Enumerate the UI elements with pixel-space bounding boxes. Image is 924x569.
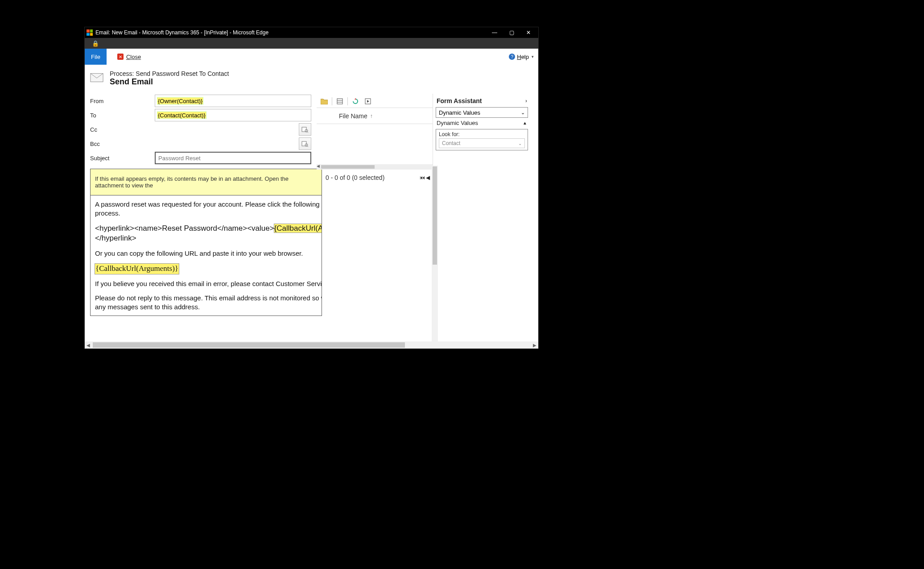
close-button[interactable]: ✕ Close <box>113 49 145 65</box>
svg-line-3 <box>307 132 308 133</box>
folder-icon[interactable] <box>319 96 329 106</box>
file-name-label: File Name <box>339 112 367 120</box>
attachments-pane: File Name ↑ ◀ 0 - 0 of 0 (0 selected) ⏮ … <box>317 94 433 316</box>
chevron-up-icon: ▲ <box>523 120 527 125</box>
callback-token-2[interactable]: {CallbackUrl(Arguments)} <box>95 264 179 274</box>
content-hscroll[interactable]: ◀ ▶ <box>85 341 538 349</box>
ribbon: File ✕ Close ? Help ▾ <box>85 49 538 65</box>
collapse-icon[interactable]: › <box>525 98 527 104</box>
svg-line-6 <box>307 146 308 147</box>
subject-label: Subject <box>90 155 155 162</box>
bcc-input[interactable] <box>155 137 311 150</box>
from-token[interactable]: {Owner(Contact)} <box>157 98 203 104</box>
chevron-down-icon: ▾ <box>532 54 534 59</box>
scroll-left-icon[interactable]: ◀ <box>85 343 92 348</box>
maximize-button[interactable]: ▢ <box>507 29 516 36</box>
dynamic-values-section[interactable]: Dynamic Values ▲ <box>436 118 528 128</box>
to-token[interactable]: {Contact(Contact)} <box>157 112 206 119</box>
form-assistant-pane: Form Assistant › Dynamic Values ⌄ Dynami… <box>433 94 531 316</box>
callback-token-1[interactable]: {CallbackUrl(Argum <box>274 224 322 233</box>
hyperlink-close: </hyperlink> <box>95 234 136 242</box>
help-icon: ? <box>509 54 515 60</box>
dynamic-values-label: Dynamic Values <box>437 120 478 126</box>
body-p1b: process. <box>95 209 120 217</box>
help-button[interactable]: ? Help ▾ <box>509 49 534 65</box>
cc-lookup-button[interactable] <box>299 123 311 136</box>
list-icon[interactable] <box>335 96 345 106</box>
mail-icon <box>90 73 103 84</box>
form-header: Process: Send Password Reset To Contact … <box>85 65 538 94</box>
cc-input[interactable] <box>155 123 311 136</box>
cc-label: Cc <box>90 126 155 133</box>
look-for-dropdown[interactable]: Contact ⌄ <box>439 138 525 148</box>
subject-input[interactable] <box>155 152 311 164</box>
minimize-button[interactable]: — <box>490 29 499 36</box>
form-assistant-title: Form Assistant <box>437 97 482 104</box>
email-body[interactable]: A password reset was requested for your … <box>90 195 322 316</box>
close-icon: ✕ <box>117 54 124 60</box>
close-label: Close <box>126 54 141 60</box>
attachments-toolbar <box>317 95 433 108</box>
file-list <box>317 124 433 164</box>
process-line: Process: Send Password Reset To Contact <box>110 70 229 77</box>
look-for-value: Contact <box>442 140 460 146</box>
selection-summary-row: 0 - 0 of 0 (0 selected) ⏮ ◀ <box>317 170 433 186</box>
sort-asc-icon: ↑ <box>370 113 373 119</box>
hyperlink-prefix: <hyperlink><name>Reset Password</name><v… <box>95 224 274 233</box>
body-p6: Please do not reply to this message. Thi… <box>95 294 322 302</box>
body-p3: Or you can copy the following URL and pa… <box>95 249 317 258</box>
page-title: Send Email <box>110 77 229 87</box>
help-label: Help <box>517 54 529 60</box>
titlebar: Email: New Email - Microsoft Dynamics 36… <box>85 27 538 38</box>
scroll-right-icon[interactable]: ▶ <box>531 343 538 348</box>
look-for-box: Look for: Contact ⌄ <box>436 129 528 150</box>
play-icon[interactable] <box>363 96 373 106</box>
assistant-mode-dropdown[interactable]: Dynamic Values ⌄ <box>436 107 528 118</box>
bcc-label: Bcc <box>90 141 155 147</box>
content-area: Process: Send Password Reset To Contact … <box>85 65 538 341</box>
refresh-icon[interactable] <box>351 96 360 106</box>
attachment-warning: If this email appears empty, its content… <box>90 169 322 195</box>
prev-page-icon[interactable]: ◀ <box>426 174 430 181</box>
close-window-button[interactable]: ✕ <box>524 29 533 36</box>
app-window: Email: New Email - Microsoft Dynamics 36… <box>85 27 538 349</box>
to-label: To <box>90 112 155 119</box>
email-fields: From {Owner(Contact)} To {Contact(Contac… <box>85 94 317 316</box>
app-logo-icon <box>87 29 93 36</box>
from-label: From <box>90 98 155 104</box>
look-for-label: Look for: <box>439 131 525 137</box>
content-vscroll[interactable] <box>432 166 438 341</box>
security-bar: 🔒 <box>85 38 538 49</box>
assistant-mode-value: Dynamic Values <box>439 109 480 116</box>
chevron-down-icon: ⌄ <box>521 110 525 116</box>
body-p1: A password reset was requested for your … <box>95 200 322 208</box>
body-p6b: any messages sent to this address. <box>95 303 200 311</box>
chevron-down-icon: ⌄ <box>518 141 522 146</box>
svg-rect-7 <box>337 99 342 104</box>
file-tab-label: File <box>91 54 100 60</box>
file-tab[interactable]: File <box>85 49 107 65</box>
body-p5: If you believe you received this email i… <box>95 279 317 288</box>
file-list-hscroll[interactable]: ◀ <box>317 164 433 170</box>
lock-icon: 🔒 <box>92 40 99 47</box>
file-name-header[interactable]: File Name ↑ <box>317 108 433 124</box>
bcc-lookup-button[interactable] <box>299 137 311 150</box>
selection-summary: 0 - 0 of 0 (0 selected) <box>326 174 384 181</box>
first-page-icon[interactable]: ⏮ <box>420 174 425 181</box>
window-title: Email: New Email - Microsoft Dynamics 36… <box>95 29 490 36</box>
